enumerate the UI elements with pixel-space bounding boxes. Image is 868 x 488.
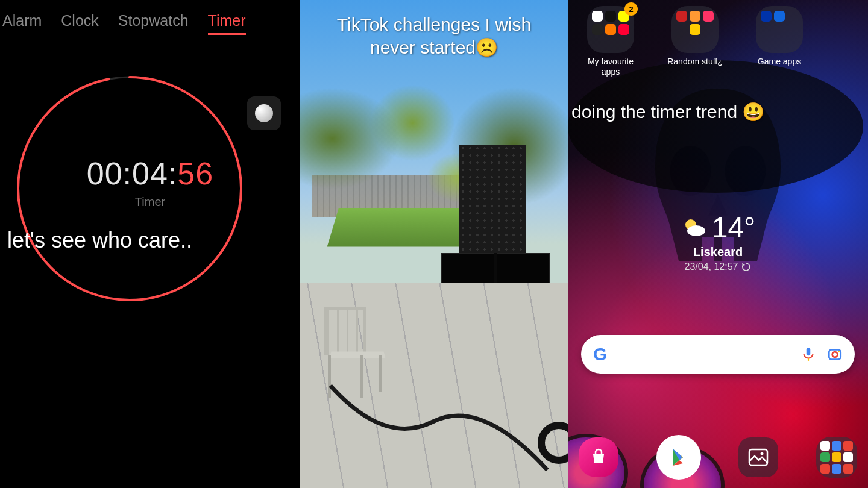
mic-icon[interactable] [800,346,816,362]
svg-rect-11 [749,449,767,465]
refresh-icon [741,262,751,272]
folder-row: 2 My favourite apps Random stuff¿ [577,6,858,77]
garden-chair [324,307,391,404]
svg-point-12 [761,452,764,455]
galaxy-store-icon[interactable] [579,437,618,477]
svg-rect-6 [807,348,811,355]
play-store-icon[interactable] [656,435,701,480]
timer-label: Timer [0,195,300,209]
tab-timer[interactable]: Timer [208,12,246,35]
weather-icon [681,214,707,241]
overlay-caption: TikTok challenges I wish never started☹️ [300,13,568,58]
svg-point-9 [832,352,838,357]
google-apps-folder[interactable] [816,437,857,478]
notification-badge: 2 [624,2,638,16]
home-dock [579,435,857,480]
weather-temp: 14° [712,211,756,244]
svg-point-5 [687,225,705,236]
folder-label: Game apps [746,57,813,67]
svg-point-10 [838,351,840,352]
google-search-bar[interactable]: G [581,335,855,374]
folder-game-apps[interactable]: Game apps [746,6,813,77]
tab-alarm[interactable]: Alarm [2,12,42,35]
gallery-icon[interactable] [738,437,778,477]
overlay-caption: let's see who care.. [0,228,300,253]
timer-app-panel: Alarm Clock Stopwatch Timer 00:04:56 Tim… [0,0,300,488]
overlay-caption: doing the timer trend 😃 [568,101,868,122]
weather-city: Liskeard [568,245,868,259]
android-homescreen-panel: 2 My favourite apps Random stuff¿ [568,0,868,488]
clock-tabs: Alarm Clock Stopwatch Timer [0,0,300,47]
folder-favourite-apps[interactable]: 2 My favourite apps [577,6,644,77]
weather-datetime: 23/04, 12:57 [568,261,868,272]
folder-random-stuff[interactable]: Random stuff¿ [662,6,728,77]
svg-point-3 [725,146,766,196]
folder-label: Random stuff¿ [662,57,728,67]
folder-label: My favourite apps [577,57,644,77]
timer-area: 00:04:56 Timer [0,47,300,360]
svg-point-2 [670,146,711,196]
tab-clock[interactable]: Clock [61,12,99,35]
lens-icon[interactable] [827,346,843,362]
tab-stopwatch[interactable]: Stopwatch [118,12,189,35]
google-logo-icon: G [593,344,607,364]
assistive-touch-button[interactable] [247,96,281,130]
weather-widget[interactable]: 14° Liskeard 23/04, 12:57 [568,211,868,272]
garden-video-panel: TikTok challenges I wish never started☹️ [300,0,568,488]
timer-time-display: 00:04:56 [0,155,300,192]
